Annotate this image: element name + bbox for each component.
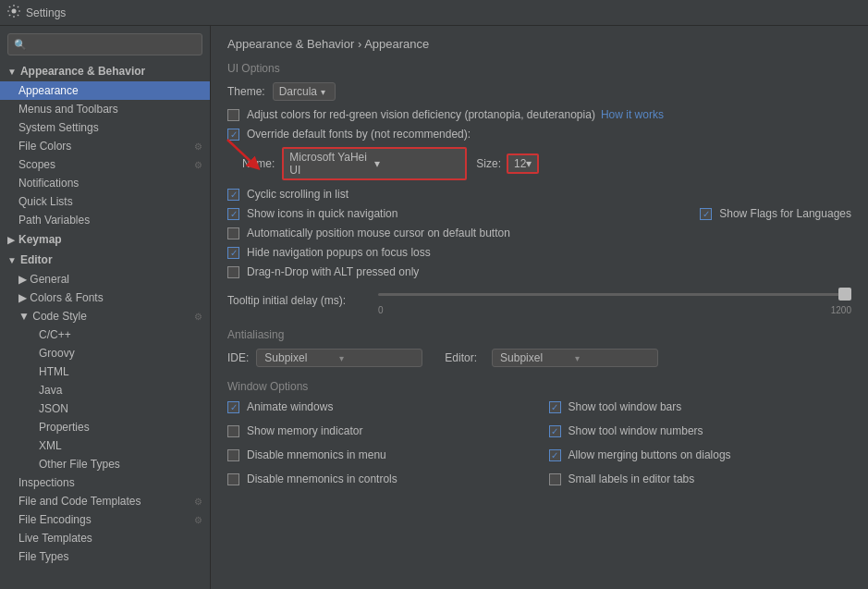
settings-icon: ⚙	[194, 497, 202, 507]
breadcrumb: Appearance & Behavior › Appearance	[227, 37, 851, 51]
checkbox-drag-drop[interactable]	[227, 266, 239, 278]
sidebar-item-cpp[interactable]: C/C++	[0, 325, 210, 344]
sidebar-item-file-code-templates[interactable]: File and Code Templates ⚙	[0, 492, 210, 510]
sidebar-section-label: Appearance & Behavior	[20, 65, 145, 78]
sidebar-item-quick-lists[interactable]: Quick Lists	[0, 192, 210, 211]
checkbox-auto-position[interactable]	[227, 227, 239, 239]
option-label-drag-drop: Drag-n-Drop with ALT pressed only	[247, 265, 419, 278]
option-small-labels-editor: Small labels in editor tabs	[549, 472, 852, 485]
search-input[interactable]	[31, 38, 196, 51]
font-name-dropdown[interactable]: Microsoft YaHei UI ▾	[282, 147, 467, 180]
checkbox-show-icons[interactable]	[227, 208, 239, 220]
sidebar-item-menus-toolbars[interactable]: Menus and Toolbars	[0, 100, 210, 118]
sidebar-section-label: Editor	[20, 253, 53, 266]
slider-thumb[interactable]	[838, 288, 851, 301]
option-auto-position: Automatically position mouse cursor on d…	[227, 227, 851, 239]
sidebar-item-inspections[interactable]: Inspections	[0, 473, 210, 492]
checkbox-show-memory-indicator[interactable]	[227, 425, 239, 437]
sidebar-item-file-colors[interactable]: File Colors ⚙	[0, 137, 210, 155]
dropdown-arrow-icon: ▾	[374, 157, 459, 170]
sidebar-section-appearance-behavior[interactable]: ▼ Appearance & Behavior	[0, 61, 210, 81]
checkbox-show-flags[interactable]	[700, 208, 712, 220]
checkbox-show-tool-window-bars[interactable]	[549, 401, 561, 413]
option-label-auto-position: Automatically position mouse cursor on d…	[247, 227, 510, 239]
option-show-tool-window-numbers: Show tool window numbers	[549, 424, 852, 437]
option-disable-mnemonics-menu: Disable mnemonics in menu	[227, 448, 531, 461]
dropdown-arrow-icon: ▾	[526, 157, 532, 170]
slider-marks: 0 1200	[378, 305, 851, 315]
option-hide-nav: Hide navigation popups on focus loss	[227, 246, 851, 259]
checkbox-allow-merging-buttons[interactable]	[549, 449, 561, 461]
font-size-label: Size:	[476, 157, 501, 170]
checkbox-hide-nav[interactable]	[227, 247, 239, 259]
how-it-works-link[interactable]: How it works	[601, 108, 664, 121]
sidebar-item-html[interactable]: HTML	[0, 362, 210, 381]
sidebar-item-java[interactable]: Java	[0, 381, 210, 399]
sidebar-item-scopes[interactable]: Scopes ⚙	[0, 155, 210, 174]
checkbox-disable-mnemonics-controls[interactable]	[227, 473, 239, 485]
option-label-show-flags: Show Flags for Languages	[719, 207, 851, 220]
sidebar-item-file-encodings[interactable]: File Encodings ⚙	[0, 510, 210, 529]
option-show-tool-window-bars: Show tool window bars	[549, 400, 852, 413]
label-show-tool-window-bars: Show tool window bars	[568, 400, 682, 413]
window-options-title: Window Options	[227, 380, 851, 393]
option-red-green: Adjust colors for red-green vision defic…	[227, 108, 851, 121]
antialiasing-title: Antialiasing	[227, 328, 851, 341]
settings-icon: ⚙	[194, 160, 202, 170]
option-label-red-green: Adjust colors for red-green vision defic…	[247, 108, 595, 121]
settings-icon: ⚙	[194, 515, 202, 525]
editor-dropdown[interactable]: Subpixel ▾	[492, 349, 658, 367]
content-area: Appearance & Behavior › Appearance UI Op…	[211, 26, 868, 589]
sidebar-item-groovy[interactable]: Groovy	[0, 344, 210, 362]
sidebar-item-other-file-types[interactable]: Other File Types	[0, 455, 210, 473]
sidebar-item-colors-fonts[interactable]: ▶ Colors & Fonts	[0, 288, 210, 307]
sidebar-item-notifications[interactable]: Notifications	[0, 174, 210, 192]
checkbox-disable-mnemonics-menu[interactable]	[227, 449, 239, 461]
arrow-right-icon: ▶	[7, 235, 15, 245]
sidebar-item-file-types[interactable]: File Types	[0, 547, 210, 566]
label-disable-mnemonics-menu: Disable mnemonics in menu	[247, 448, 386, 461]
sidebar-item-system-settings[interactable]: System Settings	[0, 118, 210, 137]
editor-label: Editor:	[445, 351, 477, 364]
settings-icon: ⚙	[194, 141, 202, 152]
sidebar-section-editor[interactable]: ▼ Editor	[0, 250, 210, 270]
option-show-icons-row: Show icons in quick navigation Show Flag…	[227, 207, 851, 220]
dropdown-arrow-icon: ▾	[339, 353, 414, 363]
theme-row: Theme: Darcula ▾	[227, 82, 851, 101]
sidebar-item-general[interactable]: ▶ General	[0, 270, 210, 288]
option-allow-merging-buttons: Allow merging buttons on dialogs	[549, 448, 852, 461]
font-size-dropdown[interactable]: 12 ▾	[507, 153, 539, 174]
tooltip-slider-row: Tooltip initial delay (ms): 0 1200	[227, 285, 851, 315]
search-box[interactable]: 🔍	[7, 33, 202, 55]
checkbox-override-fonts[interactable]	[227, 129, 239, 141]
sidebar-item-properties[interactable]: Properties	[0, 418, 210, 436]
dropdown-arrow-icon: ▾	[321, 87, 325, 97]
theme-dropdown[interactable]: Darcula ▾	[273, 82, 336, 101]
label-small-labels-editor: Small labels in editor tabs	[568, 472, 695, 485]
checkbox-cyclic-scroll[interactable]	[227, 189, 239, 201]
checkbox-red-green[interactable]	[227, 109, 239, 121]
sidebar-item-path-variables[interactable]: Path Variables	[0, 211, 210, 229]
sidebar-item-json[interactable]: JSON	[0, 399, 210, 418]
option-label-cyclic-scroll: Cyclic scrolling in list	[247, 188, 348, 201]
arrow-down-icon: ▼	[7, 255, 17, 265]
tooltip-slider[interactable]	[378, 285, 851, 303]
option-label-show-icons: Show icons in quick navigation	[247, 207, 397, 220]
font-size-section: Size: 12 ▾	[476, 153, 539, 174]
option-animate-windows: Animate windows	[227, 400, 531, 413]
checkbox-animate-windows[interactable]	[227, 401, 239, 413]
sidebar-item-code-style[interactable]: ▼ Code Style ⚙	[0, 307, 210, 325]
sidebar-item-appearance[interactable]: Appearance	[0, 81, 210, 100]
search-icon: 🔍	[14, 39, 27, 51]
sidebar-item-live-templates[interactable]: Live Templates	[0, 529, 210, 547]
label-show-memory-indicator: Show memory indicator	[247, 424, 362, 437]
dropdown-arrow-icon: ▾	[575, 353, 650, 363]
ide-dropdown[interactable]: Subpixel ▾	[256, 349, 422, 367]
sidebar-item-xml[interactable]: XML	[0, 436, 210, 455]
sidebar-section-keymap[interactable]: ▶ Keymap	[0, 229, 210, 250]
checkbox-small-labels-editor[interactable]	[549, 473, 561, 485]
gear-icon	[7, 5, 20, 20]
option-label-override-fonts: Override default fonts by (not recommend…	[247, 128, 471, 141]
checkbox-show-tool-window-numbers[interactable]	[549, 425, 561, 437]
label-show-tool-window-numbers: Show tool window numbers	[568, 424, 703, 437]
